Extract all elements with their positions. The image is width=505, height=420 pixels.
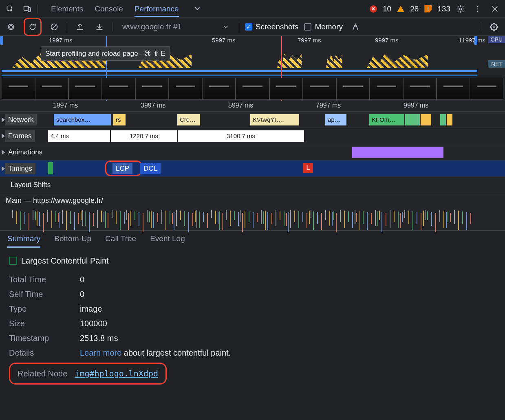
highlight-related-node: Related Node img#hplogo.lnXdpd [9, 363, 167, 385]
reload-tooltip: Start profiling and reload page - ⌘ ⇧ E [41, 46, 170, 61]
warning-count: 28 [410, 4, 419, 13]
device-toggle-icon[interactable] [20, 2, 34, 16]
svg-point-4 [477, 6, 479, 7]
highlight-lcp [105, 161, 142, 176]
chevron-down-icon [223, 24, 229, 30]
capture-settings-icon[interactable] [487, 20, 501, 34]
svg-point-10 [493, 26, 495, 28]
tab-call-tree[interactable]: Call Tree [105, 234, 136, 248]
summary-title: Largest Contentful Paint [21, 253, 109, 268]
tab-elements[interactable]: Elements [51, 4, 83, 13]
highlight-reload [24, 18, 42, 36]
save-profile-icon[interactable] [93, 20, 106, 34]
svg-point-7 [8, 24, 13, 29]
tab-performance[interactable]: Performance [135, 4, 179, 17]
load-marker[interactable]: L [303, 163, 313, 173]
svg-point-3 [460, 8, 462, 10]
garbage-collect-icon[interactable] [348, 20, 362, 34]
timings-track[interactable]: Timings LCP DCL L [0, 161, 505, 177]
learn-more-link[interactable]: Learn more [80, 348, 121, 357]
svg-point-8 [10, 25, 13, 28]
tab-summary[interactable]: Summary [7, 234, 40, 248]
settings-icon[interactable] [454, 2, 468, 16]
tab-event-log[interactable]: Event Log [150, 234, 185, 248]
lcp-marker[interactable]: LCP [112, 163, 132, 174]
overview-handle-left[interactable] [0, 36, 3, 45]
main-track-header[interactable]: Main — https://www.google.fr/ [0, 193, 505, 208]
svg-point-6 [477, 11, 479, 12]
more-tabs-icon[interactable] [190, 2, 204, 16]
close-devtools-icon[interactable] [488, 2, 502, 16]
frames-track[interactable]: Frames 4.4 ms 1220.7 ms 3100.7 ms [0, 128, 505, 144]
flame-ruler: 1997 ms 3997 ms 5997 ms 7997 ms 9997 ms [0, 101, 505, 112]
related-node-link[interactable]: img#hplogo.lnXdpd [75, 366, 158, 381]
cpu-label: CPU [488, 36, 505, 43]
layout-shifts-track[interactable]: Layout Shifts [0, 177, 505, 193]
recording-select-value: www.google.fr #1 [122, 22, 182, 31]
inspect-icon[interactable] [3, 2, 17, 16]
clear-button[interactable] [47, 20, 61, 34]
svg-point-5 [477, 8, 479, 9]
kebab-icon[interactable] [471, 2, 485, 16]
screenshots-checkbox[interactable]: Screenshots [245, 22, 299, 31]
memory-checkbox[interactable]: Memory [304, 22, 343, 31]
devtools-top-bar: Elements Console Performance ✕10 28 !133 [0, 0, 505, 18]
record-button[interactable] [4, 20, 18, 34]
problem-counts[interactable]: ✕10 28 !133 [370, 4, 450, 13]
error-count: 10 [383, 4, 391, 13]
dcl-marker[interactable]: DCL [140, 163, 161, 174]
reload-profile-button[interactable] [26, 20, 40, 34]
issues-icon: ! [424, 5, 432, 13]
flame-chart[interactable]: 1997 ms 3997 ms 5997 ms 7997 ms 9997 ms … [0, 101, 505, 231]
main-track-stacks[interactable]: /* decorative */ [0, 208, 505, 230]
timeline-overview[interactable]: 1997 ms 5997 ms 7997 ms 9997 ms 11997 ms… [0, 36, 505, 101]
separator [37, 4, 38, 13]
screenshot-filmstrip[interactable] [2, 78, 503, 100]
load-profile-icon[interactable] [73, 20, 87, 34]
tab-console[interactable]: Console [95, 4, 123, 13]
event-color-swatch [9, 257, 17, 265]
warning-icon [397, 6, 404, 12]
net-label: NET [488, 60, 505, 68]
panel-tabs: Elements Console Performance [51, 2, 204, 16]
network-track[interactable]: Network searchbox… rs Cre… KVtwqYI… ap… … [0, 112, 505, 128]
summary-panel: Largest Contentful Paint Total Time0 Sel… [0, 248, 505, 390]
performance-toolbar: www.google.fr #1 Screenshots Memory [0, 18, 505, 36]
expander-icon[interactable] [2, 117, 5, 122]
error-icon: ✕ [370, 5, 377, 13]
tab-bottom-up[interactable]: Bottom-Up [54, 234, 91, 248]
issues-count: 133 [437, 4, 450, 13]
animations-track[interactable]: Animations [0, 144, 505, 161]
recording-select[interactable]: www.google.fr #1 [118, 22, 233, 31]
detail-tabs: Summary Bottom-Up Call Tree Event Log [0, 231, 505, 248]
